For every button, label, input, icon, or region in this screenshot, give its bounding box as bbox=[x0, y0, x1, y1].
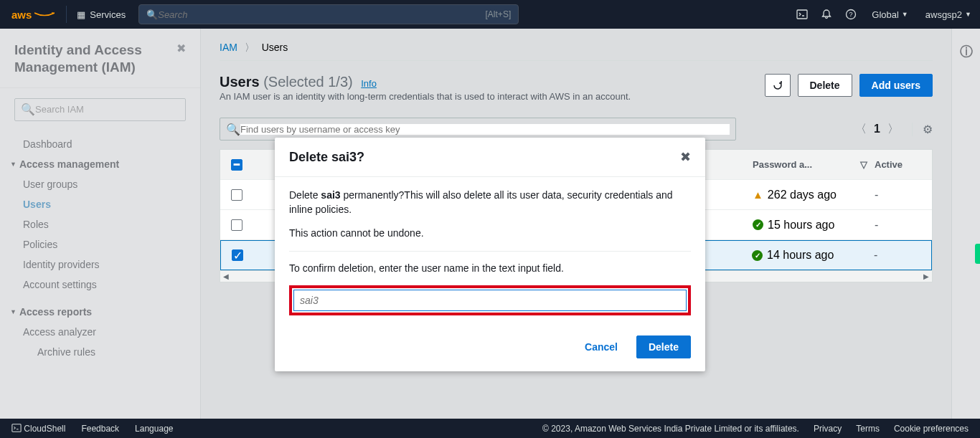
region-selector[interactable]: Global▼ bbox=[863, 9, 917, 20]
password-age: 15 hours ago bbox=[768, 219, 834, 232]
modal-title: Delete sai3? bbox=[289, 150, 364, 165]
global-search-input[interactable] bbox=[158, 9, 485, 20]
search-icon: 🔍 bbox=[226, 123, 240, 136]
page-title-text: Users bbox=[220, 74, 260, 90]
svg-rect-0 bbox=[797, 10, 807, 19]
warning-icon: ▲ bbox=[753, 189, 763, 201]
chevron-right-icon: 〉 bbox=[240, 42, 259, 53]
svg-rect-3 bbox=[12, 424, 21, 432]
add-users-button[interactable]: Add users bbox=[859, 74, 933, 97]
active-cell: - bbox=[874, 249, 931, 262]
modal-close-icon[interactable]: ✖ bbox=[680, 149, 691, 165]
password-age: 14 hours ago bbox=[767, 249, 834, 262]
success-icon: ✓ bbox=[753, 219, 763, 230]
aws-logo[interactable]: aws bbox=[0, 9, 66, 21]
row-checkbox[interactable] bbox=[231, 189, 242, 201]
page-description: An IAM user is an identity with long-ter… bbox=[220, 90, 631, 103]
table-settings-icon[interactable]: ⚙ bbox=[912, 123, 933, 136]
language-link[interactable]: Language bbox=[135, 424, 173, 434]
chevron-down-icon: ▼ bbox=[902, 11, 908, 18]
grid-icon: ▦ bbox=[77, 9, 85, 20]
prev-page-icon[interactable]: 〈 bbox=[855, 122, 867, 137]
account-label: awsgsp2 bbox=[925, 9, 962, 20]
modal-cancel-button[interactable]: Cancel bbox=[573, 335, 629, 358]
privacy-link[interactable]: Privacy bbox=[814, 424, 842, 434]
next-page-icon[interactable]: 〉 bbox=[887, 122, 899, 137]
select-all-checkbox[interactable]: ━ bbox=[231, 159, 242, 171]
search-shortcut: [Alt+S] bbox=[486, 9, 512, 19]
cookie-preferences-link[interactable]: Cookie preferences bbox=[894, 424, 969, 434]
row-checkbox[interactable]: ✓ bbox=[232, 249, 243, 261]
footer-bar: CloudShell Feedback Language © 2023, Ama… bbox=[0, 419, 980, 438]
breadcrumb: IAM 〉 Users bbox=[220, 42, 933, 54]
breadcrumb-root[interactable]: IAM bbox=[220, 42, 237, 53]
modal-undo-warning: This action cannot be undone. bbox=[289, 227, 691, 241]
filter-users-input[interactable] bbox=[240, 124, 730, 135]
chevron-down-icon: ▼ bbox=[965, 11, 971, 18]
selection-count: (Selected 1/3) bbox=[263, 74, 353, 90]
region-label: Global bbox=[872, 9, 899, 20]
sort-icon[interactable]: ▽ bbox=[860, 159, 875, 170]
aws-logo-text: aws bbox=[11, 9, 32, 21]
help-icon[interactable]: ? bbox=[839, 4, 863, 24]
refresh-button[interactable] bbox=[765, 74, 791, 97]
global-search[interactable]: 🔍 [Alt+S] bbox=[138, 4, 519, 24]
info-link[interactable]: Info bbox=[361, 78, 377, 89]
cloudshell-icon[interactable] bbox=[790, 4, 814, 24]
copyright-text: © 2023, Amazon Web Services India Privat… bbox=[542, 424, 799, 434]
top-nav: aws ▦ Services 🔍 [Alt+S] ? Global▼ awsgs… bbox=[0, 0, 980, 29]
breadcrumb-leaf: Users bbox=[262, 42, 288, 53]
modal-delete-button[interactable]: Delete bbox=[636, 335, 691, 358]
scroll-left-icon[interactable]: ◀ bbox=[220, 271, 232, 281]
col-header-active[interactable]: Active bbox=[875, 159, 932, 170]
active-cell: - bbox=[875, 189, 932, 201]
terms-link[interactable]: Terms bbox=[856, 424, 880, 434]
confirm-delete-input[interactable] bbox=[293, 290, 687, 311]
services-label: Services bbox=[90, 9, 126, 20]
password-age: 262 days ago bbox=[768, 189, 837, 201]
services-menu[interactable]: ▦ Services bbox=[67, 9, 136, 20]
page-title: Users (Selected 1/3) Info bbox=[220, 74, 631, 90]
modal-confirm-instruction: To confirm deletion, enter the user name… bbox=[289, 262, 691, 276]
svg-text:?: ? bbox=[849, 11, 853, 18]
modal-warning-text: Delete sai3 permanently?This will also d… bbox=[289, 189, 691, 216]
notifications-icon[interactable] bbox=[814, 4, 839, 24]
pagination: 〈 1 〉 ⚙ bbox=[855, 122, 933, 137]
feedback-tab[interactable] bbox=[975, 244, 980, 264]
col-header-password[interactable]: Password a... bbox=[753, 159, 812, 170]
success-icon: ✓ bbox=[752, 250, 763, 261]
scroll-right-icon[interactable]: ▶ bbox=[920, 271, 932, 281]
confirm-input-highlight bbox=[289, 285, 691, 315]
page-number: 1 bbox=[874, 123, 880, 135]
row-checkbox[interactable] bbox=[231, 219, 242, 231]
delete-user-modal: Delete sai3? ✖ Delete sai3 permanently?T… bbox=[275, 138, 705, 371]
search-icon: 🔍 bbox=[146, 9, 158, 20]
delete-button[interactable]: Delete bbox=[798, 74, 852, 97]
cloudshell-link[interactable]: CloudShell bbox=[11, 423, 65, 434]
account-menu[interactable]: awsgsp2▼ bbox=[917, 9, 980, 20]
feedback-link[interactable]: Feedback bbox=[81, 424, 119, 434]
active-cell: - bbox=[875, 219, 932, 232]
